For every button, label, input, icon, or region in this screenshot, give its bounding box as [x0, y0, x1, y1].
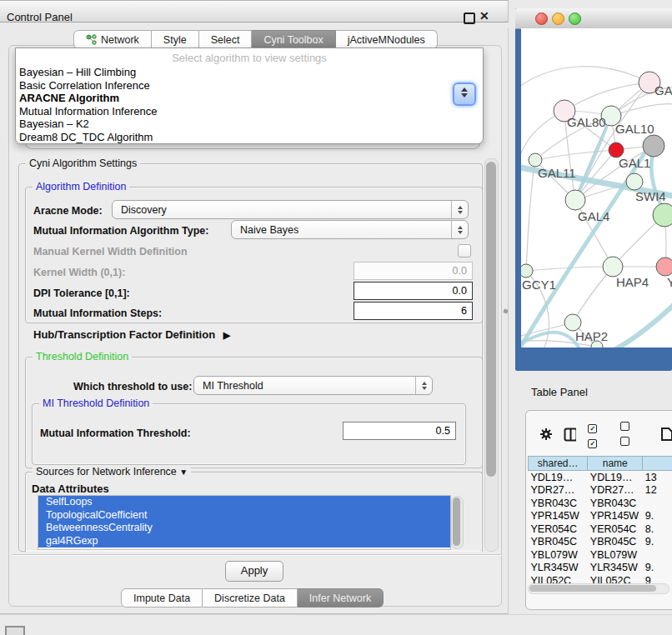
network-view-window[interactable]: GALGAL80GAL10GAL1GAL11SWI4GAL4GCY1HAP4YH… [515, 8, 672, 371]
manual-kernel-checkbox[interactable] [458, 244, 471, 258]
collapsed-arrow-icon: ▶ [223, 330, 230, 340]
close-traffic-light[interactable] [535, 12, 548, 25]
table-row[interactable]: YPR145WYPR145W9. [529, 510, 672, 523]
network-edge-thick[interactable] [603, 302, 672, 348]
data-attributes-label: Data Attributes [32, 482, 109, 495]
tab-cyni-toolbox[interactable]: Cyni Toolbox [252, 30, 335, 49]
file-icon[interactable] [660, 427, 672, 442]
table-column-header[interactable]: shared… [529, 457, 588, 471]
mi-type-combo[interactable]: Naive Bayes [231, 220, 469, 239]
stepper-up-icon [461, 88, 468, 92]
network-node-y[interactable] [656, 258, 672, 276]
table-cell: 9. [643, 562, 672, 575]
attributes-scrollbar[interactable] [451, 496, 464, 549]
network-node-gcy1[interactable] [521, 264, 533, 278]
tab-select-label: Select [211, 34, 240, 46]
zoom-traffic-light[interactable] [569, 12, 581, 25]
algorithm-popup-item[interactable]: Basic Correlation Inference [16, 79, 483, 92]
mi-threshold-label: Mutual Information Threshold: [40, 428, 191, 439]
network-edge[interactable] [535, 150, 616, 160]
data-attribute-item[interactable]: SelfLoops [38, 496, 450, 509]
tab-network[interactable]: Network [73, 30, 152, 49]
algorithm-popup-item[interactable]: ARACNE Algorithm [16, 92, 483, 105]
mi-steps-field[interactable]: 6 [354, 302, 473, 320]
network-node[interactable] [643, 135, 664, 157]
minimized-panel-icon[interactable] [5, 626, 25, 635]
attributes-scrollbar-thumb[interactable] [453, 498, 460, 546]
table-cell: YPR145W [529, 510, 588, 523]
float-window-icon[interactable] [464, 12, 475, 24]
table-cell: YDR27… [529, 484, 588, 498]
which-threshold-combo[interactable]: MI Threshold [193, 376, 433, 395]
deselect-all-icon[interactable] [620, 419, 640, 449]
mi-threshold-field[interactable]: 0.5 [343, 422, 456, 440]
apply-button[interactable]: Apply [225, 561, 283, 582]
algorithm-popup-item[interactable]: Dream8 DC_TDC Algorithm [16, 131, 483, 144]
combo-stepper-icon [415, 377, 432, 394]
tab-discretize-data[interactable]: Discretize Data [203, 588, 298, 608]
control-panel-titlebar[interactable] [0, 0, 509, 22]
table-cell: YLR345W [529, 562, 588, 575]
network-node-hap4[interactable] [603, 257, 623, 277]
table-cell: YDR27… [588, 484, 643, 498]
table-cell [643, 548, 672, 562]
network-canvas[interactable]: GALGAL80GAL10GAL1GAL11SWI4GAL4GCY1HAP4YH… [521, 28, 672, 348]
table-column-header[interactable]: name [588, 457, 643, 471]
network-node-label: GAL [654, 83, 672, 98]
algorithm-popup-item[interactable]: Mutual Information Inference [16, 105, 483, 118]
combo-stepper-icon [451, 201, 468, 218]
kernel-width-field[interactable]: 0.0 [354, 262, 473, 280]
divider [12, 554, 502, 555]
table-cell: 12 [643, 484, 672, 498]
table-header-row[interactable]: shared…name [529, 457, 672, 471]
expanded-arrow-icon[interactable]: ▼ [179, 468, 188, 477]
network-icon [86, 34, 97, 45]
tab-style-label: Style [163, 34, 187, 46]
table-hscrollbar-thumb[interactable] [529, 585, 656, 592]
aracne-mode-combo[interactable]: Discovery [112, 200, 469, 219]
algorithm-popup-item[interactable]: Bayesian – Hill Climbing [16, 66, 483, 79]
table-row[interactable]: YBL079WYBL079W [529, 548, 672, 562]
data-attribute-item[interactable]: TopologicalCoefficient [38, 509, 450, 522]
minimize-traffic-light[interactable] [552, 12, 564, 25]
dpi-tolerance-field[interactable]: 0.0 [354, 282, 473, 300]
node-attribute-table[interactable]: shared…name YDL19…YDL19…13YDR27…YDR27…12… [528, 456, 672, 588]
settings-scrollbar-thumb[interactable] [486, 162, 496, 477]
kernel-width-label: Kernel Width (0,1): [33, 267, 125, 278]
network-node[interactable] [653, 203, 672, 227]
algorithm-popup-item[interactable]: Bayesian – K2 [16, 118, 483, 131]
table-row[interactable]: YDL19…YDL19…13 [529, 471, 672, 484]
network-node-label: GAL11 [538, 166, 576, 180]
network-node-gal11[interactable] [529, 153, 542, 167]
table-column-header[interactable] [643, 457, 672, 471]
table-row[interactable]: YBR045CYBR045C9. [529, 536, 672, 549]
select-all-icon[interactable]: ✓ ✓ [588, 419, 608, 449]
tab-infer-network-label: Infer Network [309, 592, 371, 604]
table-cell: YDL19… [529, 471, 588, 484]
table-row[interactable]: YLR345WYLR345W9. [529, 562, 672, 575]
table-row[interactable]: YER054CYER054C8. [529, 522, 672, 536]
data-attribute-item[interactable]: gal4RGexp [38, 535, 450, 548]
network-node-gal4[interactable] [565, 190, 585, 210]
tab-impute-data[interactable]: Impute Data [121, 588, 203, 608]
data-attributes-list[interactable]: SelfLoopsTopologicalCoefficientBetweenne… [38, 495, 451, 550]
close-window-icon[interactable]: ✕ [479, 9, 489, 22]
focused-combo-stepper[interactable] [453, 82, 476, 106]
data-attribute-item[interactable]: BetweennessCentrality [38, 522, 450, 535]
tab-style[interactable]: Style [152, 30, 199, 49]
table-hscrollbar[interactable] [528, 583, 669, 594]
table-cell: YLR345W [588, 562, 643, 575]
settings-scrollbar[interactable] [484, 158, 499, 552]
table-row[interactable]: YDR27…YDR27…12 [529, 484, 672, 498]
hub-definition-toggle[interactable]: Hub/Transcription Factor Definition ▶ [33, 328, 230, 341]
table-cell: YBR043C [529, 497, 588, 510]
tab-infer-network[interactable]: Infer Network [298, 588, 384, 608]
network-edge[interactable] [526, 160, 535, 271]
columns-icon[interactable] [564, 428, 577, 442]
tab-select[interactable]: Select [199, 30, 253, 49]
network-node-hap2[interactable] [564, 314, 581, 331]
network-node-swi4[interactable] [626, 173, 643, 190]
tab-jactivemnodules[interactable]: jActiveMNodules [336, 30, 438, 49]
gear-icon[interactable] [539, 428, 552, 441]
table-row[interactable]: YBR043CYBR043C [529, 497, 672, 510]
